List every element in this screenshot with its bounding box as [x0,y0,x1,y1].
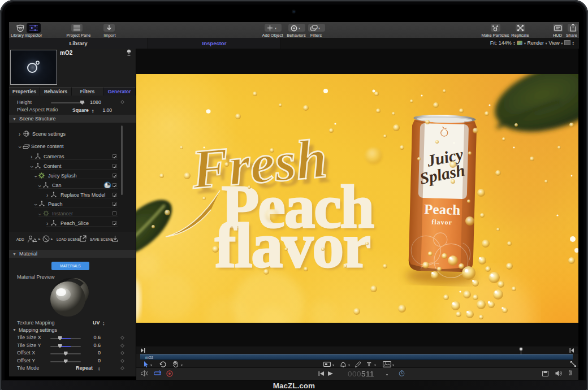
svg-text:flavor: flavor [215,210,370,280]
svg-text:Peach: Peach [424,201,461,218]
svg-text:flavor: flavor [431,218,452,227]
